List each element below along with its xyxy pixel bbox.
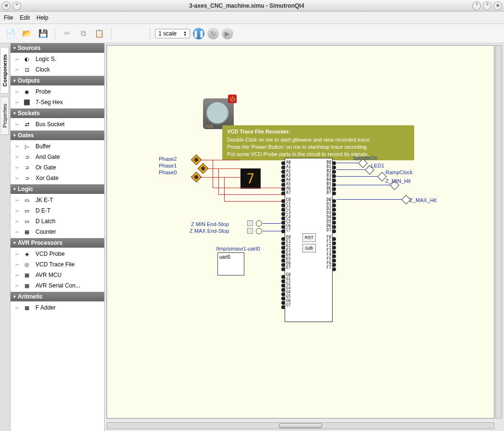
component-item[interactable]: ⊢◈VCD Probe [11, 249, 104, 259]
open-file-button[interactable]: 📂 [20, 27, 34, 40]
mcu-pin[interactable] [281, 221, 285, 225]
scale-selector[interactable]: 1 scale ▲▼ [155, 29, 190, 38]
mcu-pin[interactable] [281, 161, 285, 165]
switch-icon[interactable] [247, 228, 253, 234]
power-button-icon[interactable]: ⏻ [228, 95, 237, 103]
mcu-pin[interactable] [332, 208, 336, 212]
menu-help[interactable]: Help [36, 14, 48, 21]
mcu-pin[interactable] [281, 179, 285, 182]
component-item[interactable]: ⊢▦AVR Serial Con... [11, 280, 104, 291]
category-header[interactable]: Gates [11, 131, 104, 140]
mcu-pin[interactable] [281, 263, 285, 267]
mcu-pin[interactable] [332, 192, 336, 195]
menu-edit[interactable]: Edit [20, 14, 30, 21]
mcu-pin[interactable] [332, 204, 336, 207]
mcu-pin[interactable] [281, 187, 285, 191]
component-item[interactable]: ⊢⊃Or Gate [11, 162, 104, 173]
category-header[interactable]: Aritmetic [11, 292, 104, 301]
mcu-pin[interactable] [281, 250, 285, 254]
mcu-pin[interactable] [332, 187, 336, 191]
maximize-button[interactable]: ˄ [483, 1, 492, 10]
menu-file[interactable]: File [4, 14, 13, 21]
mcu-pin[interactable] [332, 263, 336, 267]
component-item[interactable]: ⊢▦AVR MCU [11, 270, 104, 280]
avr-mcu[interactable]: A0A1A2A3A4A5A6A7C0C1C2C3C4C5C6C7E0E1E2E3… [285, 158, 333, 322]
component-item[interactable]: ⊢▭D Latch [11, 216, 104, 227]
mcu-gdb-button[interactable]: Gdb [302, 244, 316, 252]
mcu-pin[interactable] [281, 183, 285, 187]
component-item[interactable]: ⊢▦F Adder [11, 302, 104, 313]
mcu-pin[interactable] [281, 292, 285, 296]
paste-button[interactable]: 📋 [93, 27, 106, 40]
mcu-pin[interactable] [332, 225, 336, 229]
component-item[interactable]: ⊢⊃And Gate [11, 152, 104, 162]
mcu-pin[interactable] [332, 199, 336, 203]
mcu-pin[interactable] [332, 174, 336, 178]
component-item[interactable]: ⊢▭D E-T [11, 205, 104, 216]
mcu-pin[interactable] [281, 297, 285, 300]
component-item[interactable]: ⊢▭JK E-T [11, 195, 104, 205]
mcu-reset-button[interactable]: RST [302, 233, 316, 242]
scale-stepper[interactable]: ▲▼ [183, 31, 187, 36]
mcu-pin[interactable] [281, 275, 285, 279]
mcu-pin[interactable] [281, 166, 285, 169]
minimize-button[interactable]: ˅ [472, 1, 481, 10]
component-item[interactable]: ⊢◉Probe [11, 86, 104, 97]
tab-properties[interactable]: Properties [1, 96, 9, 135]
component-item[interactable]: ⊢⬛7-Seg Hex [11, 97, 104, 108]
mcu-pin[interactable] [281, 284, 285, 287]
mcu-pin[interactable] [281, 216, 285, 220]
probe-icon[interactable] [198, 163, 209, 174]
sysmenu-icon[interactable]: ✕ [2, 1, 11, 10]
mcu-pin[interactable] [281, 229, 285, 233]
component-item[interactable]: ⊢◎VCD Trace File [11, 259, 104, 270]
mcu-pin[interactable] [332, 170, 336, 174]
mcu-pin[interactable] [281, 174, 285, 178]
mcu-pin[interactable] [281, 254, 285, 258]
scrollbar-thumb[interactable] [279, 423, 322, 428]
mcu-pin[interactable] [332, 254, 336, 258]
mcu-pin[interactable] [332, 166, 336, 169]
uart-terminal[interactable]: uart0 [217, 252, 244, 275]
mcu-pin[interactable] [281, 259, 285, 263]
seven-segment-display[interactable]: 7 [240, 168, 261, 189]
pin-icon[interactable]: ⌃ [12, 1, 21, 10]
mcu-pin[interactable] [332, 237, 336, 241]
component-item[interactable]: ⊢⇄Bus Socket [11, 119, 104, 130]
vertical-scrollbar[interactable] [495, 45, 502, 419]
mcu-pin[interactable] [281, 267, 285, 271]
mcu-pin[interactable] [281, 170, 285, 174]
mcu-pin[interactable] [332, 221, 336, 225]
run-button[interactable]: ▶ [222, 28, 233, 39]
vcd-trace-recorder[interactable]: VCD ⏻ [203, 98, 234, 129]
component-item[interactable]: ⊢▷Buffer [11, 141, 104, 152]
category-header[interactable]: Logic [11, 184, 104, 194]
component-item[interactable]: ⊢◐Logic S. [11, 54, 104, 64]
mcu-pin[interactable] [281, 199, 285, 203]
category-header[interactable]: AVR Processors [11, 238, 104, 248]
mcu-pin[interactable] [281, 241, 285, 245]
switch-icon[interactable] [247, 220, 253, 226]
mcu-pin[interactable] [332, 229, 336, 233]
tab-components[interactable]: Components [1, 47, 9, 94]
mcu-pin[interactable] [332, 212, 336, 216]
mcu-pin[interactable] [332, 216, 336, 220]
mcu-pin[interactable] [281, 192, 285, 195]
category-header[interactable]: Sockets [11, 108, 104, 118]
mcu-pin[interactable] [332, 179, 336, 182]
play-pause-button[interactable]: ❚❚ [193, 28, 204, 39]
mcu-pin[interactable] [332, 241, 336, 245]
mcu-pin[interactable] [332, 246, 336, 250]
mcu-pin[interactable] [332, 161, 336, 165]
component-item[interactable]: ⊢▦Counter [11, 227, 104, 237]
component-item[interactable]: ⊢⊃Xor Gate [11, 173, 104, 183]
mcu-pin[interactable] [281, 305, 285, 309]
mcu-pin[interactable] [332, 183, 336, 187]
mcu-pin[interactable] [281, 279, 285, 283]
category-header[interactable]: Outputs [11, 76, 104, 85]
mcu-pin[interactable] [281, 225, 285, 229]
component-item[interactable]: ⊢⊡Clock [11, 64, 104, 75]
step-button[interactable]: ↻ [207, 28, 219, 39]
category-header[interactable]: Sources [11, 43, 104, 53]
mcu-pin[interactable] [332, 267, 336, 271]
